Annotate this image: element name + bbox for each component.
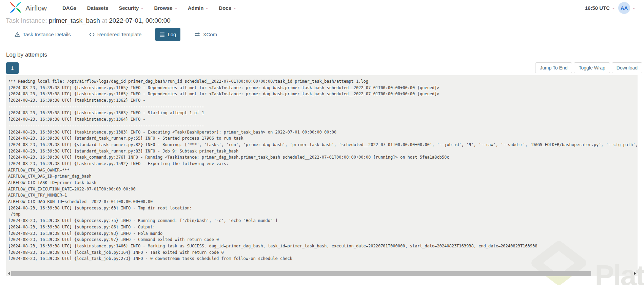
nav-item-browse[interactable]: Browse (154, 5, 177, 11)
brand-name: Airflow (25, 4, 47, 12)
log-line: [2024-08-23, 16:39:38 UTC] {local_task_j… (8, 256, 638, 262)
nav-menu: DAGsDatasetsSecurityBrowseAdminDocs (62, 5, 236, 11)
clock-label: 16:50 UTC (585, 5, 610, 11)
nav-right: 16:50 UTC AA (585, 2, 635, 14)
log-line: AIRFLOW_CTX_DAG_ID=primer_dag_bash (8, 173, 638, 180)
tab-label: Rendered Template (97, 32, 142, 37)
log-line: [2024-08-23, 16:39:38 UTC] {taskinstance… (8, 91, 638, 97)
log-output-panel: *** Reading local file: /opt/airflow/log… (6, 75, 638, 276)
nav-item-admin[interactable]: Admin (188, 5, 209, 11)
log-line: *** Reading local file: /opt/airflow/log… (8, 78, 638, 85)
warning-triangle-icon (15, 32, 20, 37)
avatar: AA (618, 2, 630, 14)
tab-bar: Task Instance DetailsRendered TemplateLo… (10, 28, 221, 41)
title-at: at (102, 17, 107, 24)
list-lines-icon (160, 32, 165, 37)
tab-label: Task Instance Details (23, 32, 71, 37)
nav-item-label: Browse (154, 5, 172, 11)
execution-date: 2022-07-01, 00:00:00 (109, 17, 171, 24)
chevron-down-icon (612, 8, 615, 9)
clock-dropdown[interactable]: 16:50 UTC (585, 5, 615, 11)
log-line: [2024-08-23, 16:39:38 UTC] {task_command… (8, 154, 638, 161)
scroll-right-arrow-icon[interactable] (634, 272, 636, 275)
navbar: Airflow DAGsDatasetsSecurityBrowseAdminD… (0, 0, 644, 16)
chevron-down-icon (175, 8, 177, 9)
scrollbar-thumb[interactable] (11, 271, 591, 276)
airflow-brand[interactable]: Airflow (9, 1, 47, 16)
scroll-left-arrow-icon[interactable] (8, 272, 10, 275)
tab-rendered-template[interactable]: Rendered Template (85, 28, 146, 41)
chevron-down-icon (141, 8, 143, 9)
log-line: AIRFLOW_CTX_DAG_OWNER=*** (8, 167, 638, 174)
log-line: [2024-08-23, 16:39:38 UTC] {subprocess.p… (8, 237, 638, 243)
log-line: [2024-08-23, 16:39:38 UTC] {standard_tas… (8, 135, 638, 142)
log-line: [2024-08-23, 16:39:38 UTC] {subprocess.p… (8, 205, 638, 211)
log-line: [2024-08-23, 16:39:38 UTC] {subprocess.p… (8, 224, 638, 230)
log-line: [2024-08-23, 16:39:38 UTC] {taskinstance… (8, 161, 638, 167)
text-cursor (163, 236, 164, 241)
task-name: primer_task_bash (49, 17, 100, 24)
tab-task-instance-details[interactable]: Task Instance Details (10, 28, 75, 41)
chevron-down-icon (233, 8, 236, 9)
tab-log[interactable]: Log (155, 28, 180, 41)
download-button[interactable]: Download (612, 62, 642, 73)
nav-item-label: Security (119, 5, 139, 11)
nav-item-label: Datasets (87, 5, 109, 11)
horizontal-scrollbar[interactable] (6, 271, 638, 276)
log-toolbar: Jump To EndToggle WrapDownload (535, 62, 642, 73)
nav-item-datasets[interactable]: Datasets (87, 5, 109, 11)
log-line: [2024-08-23, 16:39:38 UTC] {taskinstance… (8, 129, 638, 136)
log-line: AIRFLOW_CTX_TRY_NUMBER=1 (8, 192, 638, 199)
attempt-1-button[interactable]: 1 (6, 62, 19, 74)
toggle-wrap-button[interactable]: Toggle Wrap (574, 62, 610, 73)
log-line: [2024-08-23, 16:39:38 UTC] {taskinstance… (8, 85, 638, 91)
log-line: [2024-08-23, 16:39:38 UTC] {subprocess.p… (8, 218, 638, 224)
jump-to-end-button[interactable]: Jump To End (535, 62, 572, 73)
log-line: AIRFLOW_CTX_DAG_RUN_ID=scheduled__2022-0… (8, 199, 638, 205)
user-menu[interactable]: AA (618, 2, 635, 14)
nav-item-docs[interactable]: Docs (219, 5, 236, 11)
page-title: Task Instance: primer_task_bash at 2022-… (6, 17, 171, 24)
log-line: AIRFLOW_CTX_TASK_ID=primer_task_bash (8, 180, 638, 186)
nav-item-security[interactable]: Security (119, 5, 143, 11)
airflow-pinwheel-icon (9, 1, 22, 16)
log-line: [2024-08-23, 16:39:38 UTC] {standard_tas… (8, 148, 638, 155)
log-line: [2024-08-23, 16:39:38 UTC] {taskinstance… (8, 116, 638, 123)
tab-label: XCom (203, 32, 217, 37)
log-line: /tmp (8, 211, 638, 218)
nav-item-label: Admin (188, 5, 204, 11)
log-line: AIRFLOW_CTX_EXECUTION_DATE=2022-07-01T00… (8, 186, 638, 192)
log-line: [2024-08-23, 16:39:38 UTC] {local_task_j… (8, 249, 638, 256)
log-by-attempts-heading: Log by attempts (6, 52, 47, 58)
tab-xcom[interactable]: XCom (190, 28, 221, 41)
log-lines: *** Reading local file: /opt/airflow/log… (6, 75, 638, 262)
log-line: [2024-08-23, 16:39:38 UTC] {standard_tas… (8, 142, 638, 148)
code-brackets-icon (89, 32, 95, 37)
log-line: [2024-08-23, 16:39:38 UTC] {taskinstance… (8, 97, 638, 104)
log-line: ----------------------------------------… (8, 104, 638, 110)
nav-item-label: DAGs (62, 5, 77, 11)
nav-item-label: Docs (219, 5, 231, 11)
log-line: [2024-08-23, 16:39:38 UTC] {taskinstance… (8, 243, 638, 249)
chevron-down-icon (206, 8, 208, 9)
tab-label: Log (168, 32, 176, 37)
swap-arrows-icon (194, 32, 200, 37)
nav-item-dags[interactable]: DAGs (62, 5, 77, 11)
log-line: [2024-08-23, 16:39:38 UTC] {subprocess.p… (8, 230, 638, 237)
chevron-down-icon (632, 8, 635, 9)
log-line: ----------------------------------------… (8, 123, 638, 129)
title-prefix: Task Instance: (6, 17, 47, 24)
log-line: [2024-08-23, 16:39:38 UTC] {taskinstance… (8, 110, 638, 116)
